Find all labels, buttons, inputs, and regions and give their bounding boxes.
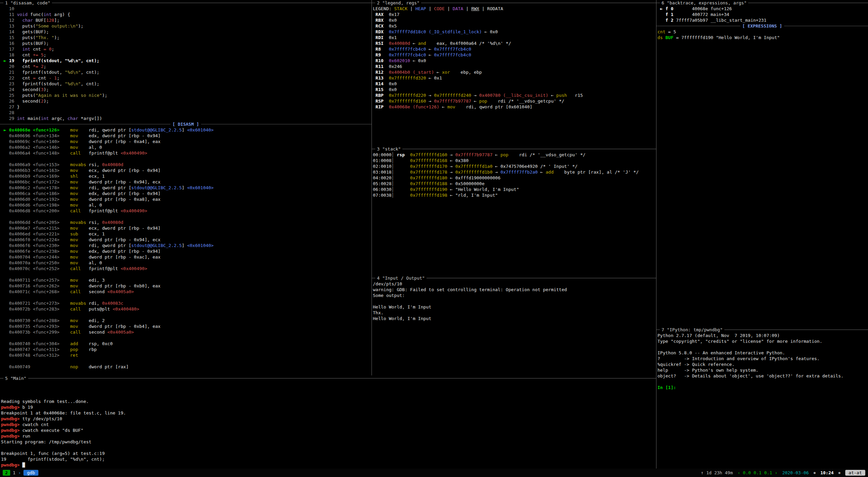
terminal-line: 0x4006f0 <func+224> mov dword ptr [rbp -… bbox=[1, 237, 372, 243]
terminal-line: 20 cnt *= 2; bbox=[1, 64, 372, 69]
terminal-line: 0x40069c <func+140> mov dword ptr [rbp -… bbox=[1, 139, 372, 144]
terminal-line: 03:0018│ 0x7fffffffd178 → 0x7fffffffd1b0… bbox=[373, 169, 656, 175]
watch-expressions: cnt = 5ds BUF = 7fffffffd190 "Hello Worl… bbox=[656, 29, 868, 40]
window-tab-gdb[interactable]: gdb bbox=[23, 470, 38, 476]
terminal-line: 24 second(3); bbox=[1, 87, 372, 92]
terminal-line: 00:0000│ rsp 0x7fffffffd160 → 0x7ffff7b9… bbox=[373, 152, 656, 158]
ipython-terminal[interactable]: Python 2.7.17 (default, Nov 7 2019, 10:0… bbox=[656, 333, 868, 390]
terminal-line: In [1]: bbox=[657, 385, 868, 390]
pane-disasm-code[interactable]: 1 "disasam, code" 10 11 void func(int ar… bbox=[0, 0, 372, 375]
pane-title: 4 "Input / Output" bbox=[375, 275, 427, 281]
chevron-right-icon: › bbox=[18, 470, 21, 476]
terminal-line: Starting program: /tmp/pwndbg/test bbox=[1, 439, 656, 445]
terminal-line: 07:0038│ 0x7fffffffd198 ← "rld, I'm Inpu… bbox=[373, 192, 656, 198]
terminal-line bbox=[1, 358, 372, 364]
terminal-line: R13 0x7fffffffd320 ← 0x1 bbox=[373, 75, 656, 81]
pane-backtrace-expressions[interactable]: 6 "backtrace, expressions, args" ► f 0 4… bbox=[656, 0, 868, 327]
pane-main-gdb[interactable]: 5 "Main" Reading symbols from test...don… bbox=[0, 375, 656, 469]
terminal-line: pwndbg> b 19 bbox=[1, 404, 656, 410]
terminal-line: ► 0x40068e <func+126> mov rdi, qword ptr… bbox=[1, 127, 372, 133]
stack-listing: 00:0000│ rsp 0x7fffffffd160 → 0x7ffff7b9… bbox=[372, 152, 656, 198]
registers-listing: RAX 0x17 RBX 0x0 RCX 0x5 RDX 0x7ffff7dd1… bbox=[372, 12, 656, 110]
terminal-line: warning: GDB: Failed to set controlling … bbox=[373, 287, 656, 293]
uptime-text: ↑ 1d 23h 49m bbox=[701, 470, 733, 476]
terminal-line: 0x40072b <func+283> call puts@plt <0x400… bbox=[1, 306, 372, 312]
terminal-line: object? -> Details about 'object', use '… bbox=[657, 373, 868, 379]
terminal-line: 29 int main(int argc, char *argv[]) bbox=[1, 116, 372, 121]
disasm-listing: ► 0x40068e <func+126> mov rdi, qword ptr… bbox=[0, 127, 372, 370]
terminal-line: LEGEND: STACK | HEAP | CODE | DATA | RWX… bbox=[373, 6, 656, 12]
terminal-line: pwndbg> tty /dev/pts/10 bbox=[1, 416, 656, 422]
terminal-line: ? -> Introduction and overview of IPytho… bbox=[657, 356, 868, 361]
pane-title: 3 "stack" bbox=[375, 146, 402, 152]
terminal-line: 06:0030│ 0x7fffffffd190 ← "Hello World, … bbox=[373, 187, 656, 192]
terminal-line: RBP 0x7fffffffd220 → 0x7fffffffd240 → 0x… bbox=[373, 92, 656, 98]
terminal-line: pwndbg> run bbox=[1, 433, 656, 439]
terminal-line: 0x40071c <func+268> call second <0x4005a… bbox=[1, 289, 372, 295]
terminal-line: RCX 0x5 bbox=[373, 23, 656, 29]
pane-title-bar-stack: 3 "stack" bbox=[372, 146, 656, 152]
pane-title: 7 "IPython: tmp/pwndbg" bbox=[660, 327, 724, 333]
terminal-line: R10 0x602010 ← 0x0 bbox=[373, 58, 656, 64]
pane-legend-regs[interactable]: 2 "legend, regs" LEGEND: STACK | HEAP | … bbox=[372, 0, 656, 146]
terminal-line: 0x4006f6 <func+230> mov rdi, qword ptr [… bbox=[1, 243, 372, 248]
gdb-terminal[interactable]: Reading symbols from test...done.pwndbg>… bbox=[0, 381, 656, 468]
expressions-section-label: [ EXPRESSIONS ] bbox=[740, 23, 784, 29]
terminal-line: RAX 0x17 bbox=[373, 12, 656, 17]
pane-ipython[interactable]: 7 "IPython: tmp/pwndbg" Python 2.7.17 (d… bbox=[656, 327, 868, 469]
terminal-line bbox=[657, 344, 868, 350]
terminal-line: 0x4006a9 <func+153> movabs rsi, 0x40080d bbox=[1, 162, 372, 167]
pane-title-bar-backtrace: 6 "backtrace, expressions, args" bbox=[656, 0, 868, 6]
terminal-line bbox=[1, 445, 656, 450]
pane-input-output[interactable]: 4 "Input / Output" /dev/pts/10warning: G… bbox=[372, 275, 656, 375]
session-badge[interactable]: 2 bbox=[3, 470, 10, 476]
terminal-line: pwndbg> cwatch cnt bbox=[1, 422, 656, 427]
terminal-line: ds BUF = 7fffffffd190 "Hello World, I'm … bbox=[657, 35, 868, 40]
terminal-line bbox=[1, 393, 656, 399]
terminal-line: 0x4006e7 <func+215> mov ecx, dword ptr [… bbox=[1, 225, 372, 231]
terminal-line: 0x4006c2 <func+178> mov rdi, qword ptr [… bbox=[1, 185, 372, 191]
terminal-line: help -> Python's own help system. bbox=[657, 367, 868, 373]
terminal-line: 19 fprintf(stdout, "%d\n", cnt); bbox=[1, 456, 656, 462]
terminal-line: Hello World, I'm Input bbox=[373, 316, 656, 321]
terminal-line: 0x4006a2 <func+146> mov al, 0 bbox=[1, 144, 372, 150]
pane-stack[interactable]: 3 "stack" 00:0000│ rsp 0x7fffffffd160 → … bbox=[372, 146, 656, 275]
terminal-line: R8 0x7ffff7fcb4c0 ← 0x7ffff7fcb4c0 bbox=[373, 46, 656, 52]
terminal-line: Python 2.7.17 (default, Nov 7 2019, 10:0… bbox=[657, 333, 868, 338]
terminal-line: 0x400748 <func+312> ret bbox=[1, 352, 372, 358]
terminal-line: 0x40070a <func+250> mov al, 0 bbox=[1, 260, 372, 266]
time-text: 10:24 bbox=[820, 470, 834, 476]
terminal-line: 0x4006d6 <func+198> mov al, 0 bbox=[1, 202, 372, 208]
terminal-line: Some output: bbox=[373, 293, 656, 298]
terminal-line: 0x4006d8 <func+200> call fprintf@plt <0x… bbox=[1, 208, 372, 214]
pane-title: 1 "disasam, code" bbox=[3, 0, 52, 6]
terminal-line: 16 puts(BUF); bbox=[1, 40, 372, 46]
terminal-line: Type "copyright", "credits" or "license"… bbox=[657, 338, 868, 344]
host-icon: ● bbox=[838, 470, 840, 476]
terminal-line: 11 void func(int arg) { bbox=[1, 12, 372, 17]
backtrace-frames: ► f 0 40068e func+126 f 1 400772 main+34… bbox=[656, 6, 868, 23]
terminal-line bbox=[657, 379, 868, 385]
terminal-line: f 1 400772 main+34 bbox=[657, 12, 868, 17]
terminal-line: Hello World, I'm Input bbox=[373, 304, 656, 310]
terminal-line: 22 cnt = cnt - 1; bbox=[1, 75, 372, 81]
terminal-line bbox=[1, 381, 656, 387]
terminal-line: 0x400740 <func+304> add rsp, 0xc0 bbox=[1, 341, 372, 347]
terminal-line: 0x400730 <func+288> mov edi, 2 bbox=[1, 318, 372, 323]
terminal-line: %quickref -> Quick reference. bbox=[657, 361, 868, 367]
terminal-line: 12 char BUF[128]; bbox=[1, 17, 372, 23]
terminal-line: 0x400716 <func+262> mov dword ptr [rbp -… bbox=[1, 283, 372, 289]
status-left: 2 1 › gdb bbox=[3, 470, 38, 476]
terminal-line: R9 0x7ffff7fcb4c0 ← 0x7ffff7fcb4c0 bbox=[373, 52, 656, 58]
terminal-line: 25 puts("Again as it was so nice"); bbox=[1, 92, 372, 98]
terminal-line: 0x400749 nop dword ptr [rax] bbox=[1, 364, 372, 370]
terminal-line: 0x4006b3 <func+163> mov ecx, dword ptr [… bbox=[1, 167, 372, 173]
terminal-line: 0x400696 <func+134> mov edx, dword ptr [… bbox=[1, 133, 372, 139]
legend-line: LEGEND: STACK | HEAP | CODE | DATA | RWX… bbox=[372, 6, 656, 12]
terminal-line: 0x4006fe <func+238> mov edx, dword ptr [… bbox=[1, 248, 372, 254]
terminal-line: pwndbg> cwatch execute "ds BUF" bbox=[1, 427, 656, 433]
terminal-line bbox=[1, 271, 372, 277]
terminal-line: Reading symbols from test...done. bbox=[1, 399, 656, 404]
terminal-line: f 2 7ffff7a05b97 __libc_start_main+231 bbox=[657, 17, 868, 23]
terminal-line: RDI 0x1 bbox=[373, 35, 656, 40]
